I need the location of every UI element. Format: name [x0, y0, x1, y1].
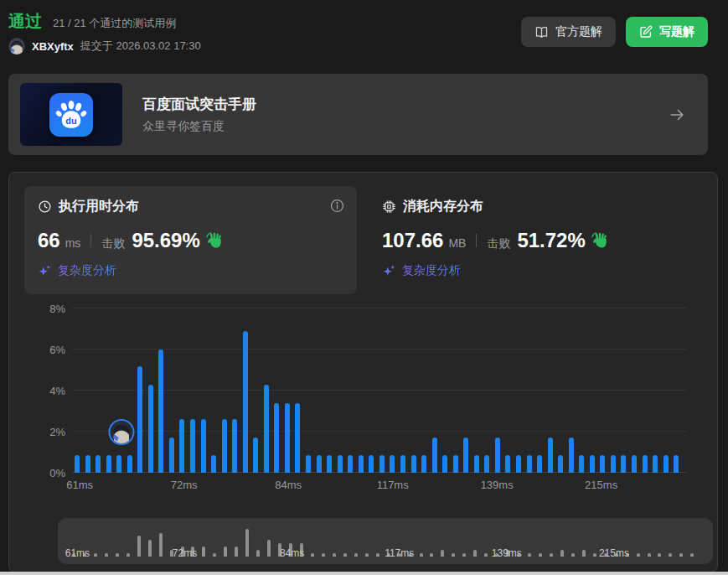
histogram-bar[interactable]: [653, 455, 658, 473]
histogram-bar[interactable]: [232, 419, 237, 473]
histogram-bar[interactable]: [85, 455, 90, 473]
histogram-minimap-brush[interactable]: 61ms72ms84ms117ms139ms215ms: [58, 518, 713, 564]
histogram-bar[interactable]: [158, 350, 163, 473]
histogram-bar[interactable]: [179, 419, 184, 473]
histogram-bar[interactable]: [348, 455, 353, 473]
histogram-bar[interactable]: [548, 438, 553, 473]
histogram-bar[interactable]: [317, 455, 322, 473]
histogram-bar[interactable]: [169, 438, 174, 473]
histogram-bar[interactable]: [505, 455, 510, 473]
clock-icon: [38, 199, 52, 214]
histogram-bar[interactable]: [643, 455, 648, 473]
histogram-bar[interactable]: [96, 455, 101, 473]
histogram-bar[interactable]: [137, 366, 142, 473]
distribution-panel: 执行用时分布 66 ms 击败 95.69%: [8, 172, 718, 572]
runtime-unit: ms: [65, 236, 81, 250]
histogram-bar[interactable]: [516, 455, 521, 473]
chart-bars: [75, 308, 679, 473]
histogram-bar[interactable]: [411, 455, 416, 473]
runtime-value: 66: [38, 229, 60, 252]
histogram-bar[interactable]: [359, 455, 364, 473]
username[interactable]: XBXyftx: [32, 40, 74, 53]
official-solution-button[interactable]: 官方题解: [521, 17, 616, 47]
status-row: 通过 21 / 21 个通过的测试用例: [8, 10, 176, 33]
histogram-bar[interactable]: [569, 438, 574, 473]
beats-label: 击败: [487, 236, 510, 251]
memory-beats: 51.72%: [517, 229, 585, 252]
histogram-bar[interactable]: [75, 455, 80, 473]
memory-value-row: 107.66 MB 击败 51.72%: [382, 229, 705, 252]
histogram-bar[interactable]: [537, 455, 542, 473]
histogram-bar[interactable]: [106, 455, 111, 473]
histogram-bar[interactable]: [190, 419, 195, 473]
histogram-bar[interactable]: [222, 419, 227, 473]
histogram-bar[interactable]: [463, 438, 468, 473]
x-tick-label: 84ms: [275, 479, 302, 491]
submitted-at: 提交于 2026.03.02 17:30: [80, 39, 201, 54]
histogram-bar[interactable]: [421, 455, 426, 473]
histogram-bar[interactable]: [484, 455, 489, 473]
histogram-bar[interactable]: [600, 455, 605, 473]
svg-text:du: du: [65, 115, 76, 125]
histogram-bar[interactable]: [379, 455, 385, 473]
histogram-bar[interactable]: [579, 455, 584, 473]
histogram-bar[interactable]: [611, 455, 616, 473]
runtime-histogram: 0%2%4%6%8% 61ms72ms84ms117ms139ms215ms: [72, 308, 686, 473]
histogram-bar[interactable]: [243, 331, 248, 473]
histogram-bar[interactable]: [369, 455, 374, 473]
histogram-bar[interactable]: [442, 455, 447, 473]
banner-logo-tile: du: [20, 83, 122, 146]
histogram-bar[interactable]: [527, 455, 532, 473]
histogram-bar[interactable]: [674, 455, 679, 473]
histogram-bar[interactable]: [201, 419, 206, 473]
histogram-bar[interactable]: [621, 455, 626, 473]
histogram-bar[interactable]: [253, 438, 258, 473]
promo-banner[interactable]: du 百度面试突击手册 众里寻你签百度: [8, 74, 708, 155]
banner-subtitle: 众里寻你签百度: [142, 119, 225, 134]
x-tick-label: 215ms: [599, 547, 629, 559]
histogram-bar[interactable]: [127, 455, 132, 473]
memory-unit: MB: [448, 236, 466, 250]
histogram-bar[interactable]: [590, 455, 595, 473]
write-solution-button[interactable]: 写题解: [626, 17, 708, 47]
user-submission-marker[interactable]: [109, 419, 135, 445]
user-avatar[interactable]: [8, 38, 25, 54]
memory-card[interactable]: 消耗内存分布 107.66 MB 击败 51.72%: [382, 186, 705, 294]
x-tick-label: 61ms: [66, 479, 93, 491]
histogram-bar[interactable]: [558, 455, 563, 473]
runtime-beats: 95.69%: [132, 229, 199, 252]
histogram-bar[interactable]: [306, 455, 311, 473]
x-tick-label: 117ms: [385, 547, 414, 559]
arrow-right-icon[interactable]: [668, 106, 686, 124]
memory-title: 消耗内存分布: [403, 198, 483, 215]
chip-icon: [382, 199, 396, 214]
histogram-bar[interactable]: [327, 455, 332, 473]
histogram-bar[interactable]: [632, 455, 637, 473]
user-row: XBXyftx 提交于 2026.03.02 17:30: [8, 38, 201, 54]
beats-label: 击败: [101, 236, 125, 251]
histogram-bar[interactable]: [274, 403, 279, 473]
histogram-bar[interactable]: [400, 455, 405, 473]
histogram-bar[interactable]: [390, 455, 395, 473]
histogram-bar[interactable]: [285, 403, 290, 473]
histogram-bar[interactable]: [453, 455, 458, 473]
histogram-bar[interactable]: [432, 438, 437, 473]
histogram-bar[interactable]: [338, 455, 343, 473]
histogram-bar[interactable]: [211, 455, 216, 473]
info-icon[interactable]: [328, 198, 345, 215]
histogram-bar[interactable]: [295, 403, 300, 473]
histogram-bar[interactable]: [495, 438, 500, 473]
x-tick-label: 84ms: [280, 547, 304, 559]
histogram-bar[interactable]: [663, 455, 669, 473]
histogram-bar[interactable]: [116, 455, 121, 473]
memory-complexity-analysis-link[interactable]: 复杂度分析: [382, 263, 461, 278]
sparkle-icon: [38, 263, 53, 278]
histogram-bar[interactable]: [148, 385, 153, 473]
histogram-bar[interactable]: [474, 455, 479, 473]
x-tick-label: 72ms: [171, 479, 198, 491]
bottom-divider: [0, 572, 728, 575]
y-tick-label: 2%: [32, 426, 65, 438]
runtime-card[interactable]: 执行用时分布 66 ms 击败 95.69%: [24, 186, 357, 294]
histogram-bar[interactable]: [264, 385, 269, 473]
runtime-complexity-analysis-link[interactable]: 复杂度分析: [38, 263, 116, 278]
